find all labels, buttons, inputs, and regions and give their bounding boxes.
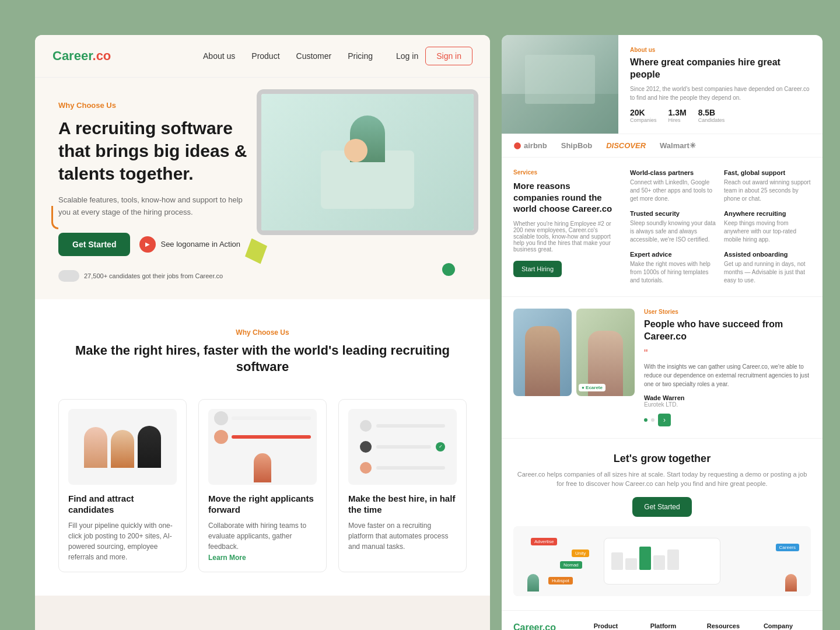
testimonial-title: People who have succeed from Career.co xyxy=(644,318,811,343)
nav-pricing[interactable]: Pricing xyxy=(348,51,373,61)
about-label: About us xyxy=(630,47,811,53)
tag-nomad: Nomad xyxy=(560,561,582,569)
stat-candidates-label: Candidates xyxy=(698,117,725,123)
about-stats: 20K Companies 1.3M Hires 8.5B Candidates xyxy=(630,108,811,123)
nav-next-button[interactable]: › xyxy=(658,414,671,426)
list-bar-3 xyxy=(376,466,445,470)
service-title-2: Fast, global support xyxy=(724,169,811,176)
hero-subtitle: Scalable features, tools, know-how and s… xyxy=(58,194,257,219)
footer-company-title: Company xyxy=(764,622,811,629)
list-bar-2 xyxy=(376,445,431,449)
about-title: Where great companies hire great people xyxy=(630,57,811,81)
stat-companies-label: Companies xyxy=(630,117,657,123)
signup-button[interactable]: Sign in xyxy=(425,47,473,65)
grow-start-button[interactable]: Get Started xyxy=(632,497,691,517)
partner-shipbob: ShipBob xyxy=(561,141,592,150)
nav-about[interactable]: About us xyxy=(203,51,235,61)
list-avatar-3 xyxy=(360,462,372,474)
services-title: More reasons companies round the world c… xyxy=(513,180,618,215)
logo[interactable]: Career.co xyxy=(52,48,111,64)
stat-hires: 1.3M Hires xyxy=(668,108,687,123)
footer-logo: Career.co xyxy=(513,622,584,630)
stat-companies: 20K Companies xyxy=(630,108,657,123)
partner-airbnb: airbnb xyxy=(513,141,547,150)
nav-product[interactable]: Product xyxy=(251,51,279,61)
learn-more-link[interactable]: Learn More xyxy=(208,554,246,562)
right-testimonial: ● Ecarete User Stories People who have s… xyxy=(502,297,822,439)
grow-desc: Career.co helps companies of all sizes h… xyxy=(513,470,811,489)
list-bar-1 xyxy=(376,424,445,428)
nav-actions: Log in Sign in xyxy=(396,47,473,65)
feature-title-3: Make the best hire, in half the time xyxy=(348,493,457,516)
testimonial-img-1 xyxy=(513,309,572,396)
logo-dot: .co xyxy=(93,48,111,63)
service-desc-1: Connect with LinkedIn, Google and 50+ ot… xyxy=(630,178,717,203)
partner-shipbob-label: ShipBob xyxy=(561,141,592,150)
feature-people-illustration xyxy=(78,420,167,474)
service-desc-2: Reach out award winning support team in … xyxy=(724,178,811,203)
feature-img-1 xyxy=(68,409,177,485)
service-world-class: World-class partners Connect with Linked… xyxy=(630,169,717,203)
fc-bar-1 xyxy=(232,416,311,420)
feature-title-2: Move the right applicants forward xyxy=(208,493,317,516)
see-action-button[interactable]: ▶ See logoname in Action xyxy=(139,236,240,253)
nav-dot-2[interactable] xyxy=(651,418,654,422)
services-label: Services xyxy=(513,169,618,176)
about-image-inner xyxy=(502,35,618,134)
services-right: World-class partners Connect with Linked… xyxy=(630,169,811,285)
grow-person-2 xyxy=(785,574,797,592)
partner-discover: DISCOVER xyxy=(606,141,646,150)
about-content: About us Where great companies hire grea… xyxy=(618,35,822,134)
feature-list-illustration: ✓ xyxy=(348,412,457,482)
tag-hubspot: Hubspot xyxy=(548,577,573,584)
partners-row: airbnb ShipBob DISCOVER Walmart✳ xyxy=(502,134,822,158)
tag-unity: Unity xyxy=(572,550,589,557)
hero-image xyxy=(257,89,490,253)
logo-career: Career xyxy=(52,48,93,63)
nav-dot-1[interactable] xyxy=(644,418,648,422)
check-icon: ✓ xyxy=(436,442,445,452)
get-started-button[interactable]: Get Started xyxy=(58,233,130,256)
laptop-mockup xyxy=(257,89,478,235)
feature-desc-3: Move faster on a recruiting platform tha… xyxy=(348,520,457,552)
list-row-1 xyxy=(354,418,451,434)
feature-img-3: ✓ xyxy=(348,409,457,485)
nav-customer[interactable]: Customer xyxy=(296,51,332,61)
arrow-row-2 xyxy=(214,430,311,444)
right-grow: Let's grow together Career.co helps comp… xyxy=(502,439,822,611)
person-3 xyxy=(138,426,161,468)
grow-person-1 xyxy=(527,574,539,592)
avatar-group xyxy=(58,270,79,282)
service-title-4: Anywhere recruiting xyxy=(724,210,811,217)
testimonial-author: Wade Warren xyxy=(644,394,811,401)
right-about: About us Where great companies hire grea… xyxy=(502,35,822,134)
feature-desc-2: Collaborate with hiring teams to evaluat… xyxy=(208,520,317,552)
list-avatar-1 xyxy=(360,420,372,432)
grow-illustration: Advertise Careers Unity Nomad Hubspot xyxy=(513,526,811,596)
testimonial-nav: › xyxy=(644,414,811,426)
about-image xyxy=(502,35,618,134)
nav-links: About us Product Customer Pricing xyxy=(203,51,373,61)
hero-content: Why Choose Us A recruiting software that… xyxy=(58,101,257,282)
stat-candidates-number: 8.5B xyxy=(698,108,725,117)
service-desc-6: Get up and running in days, not months —… xyxy=(724,260,811,285)
shape-orange-arc xyxy=(51,206,58,229)
right-footer: Career.co Career.co helps companies of a… xyxy=(502,611,822,630)
feature-card-1: Find and attract candidates Fill your pi… xyxy=(58,399,187,572)
list-row-3 xyxy=(354,460,451,476)
why-section-title: Make the right hires, faster with the wo… xyxy=(58,342,467,376)
fc-walking-person xyxy=(254,453,271,482)
stat-hires-label: Hires xyxy=(668,117,687,123)
service-title-6: Assisted onboarding xyxy=(724,251,811,258)
arrow-row-1 xyxy=(214,411,311,425)
login-button[interactable]: Log in xyxy=(396,51,418,61)
service-security: Trusted security Sleep soundly knowing y… xyxy=(630,210,717,244)
testimonial-images: ● Ecarete xyxy=(513,309,635,426)
testimonial-content: User Stories People who have succeed fro… xyxy=(644,309,811,426)
play-icon: ▶ xyxy=(139,236,156,253)
service-anywhere: Anywhere recruiting Keep things moving f… xyxy=(724,210,811,244)
service-onboarding: Assisted onboarding Get up and running i… xyxy=(724,251,811,285)
person-1 xyxy=(84,427,107,468)
partner-walmart-label: Walmart✳ xyxy=(660,141,696,150)
start-hiring-button[interactable]: Start Hiring xyxy=(513,261,562,277)
